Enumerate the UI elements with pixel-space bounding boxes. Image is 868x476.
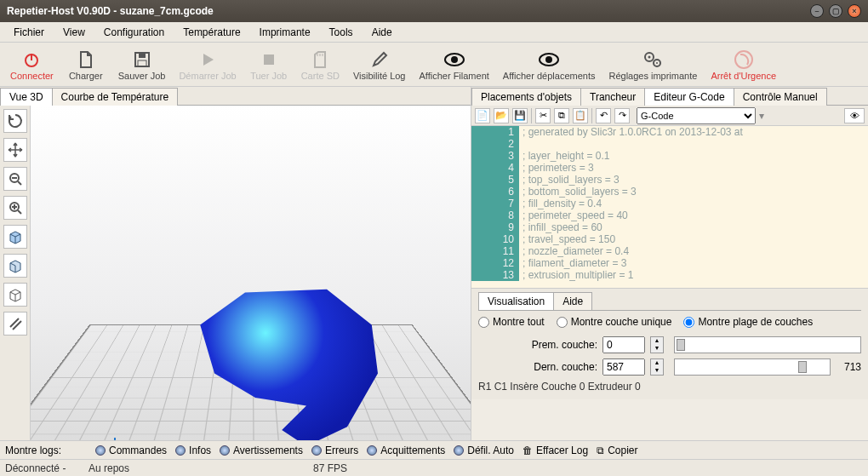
tab-aide[interactable]: Aide [553, 292, 592, 310]
gcode-line[interactable]: ; fill_density = 0.4 [519, 198, 602, 209]
menubar: FichierViewConfigurationTempératureImpri… [0, 22, 868, 43]
tab-contr-le-manuel[interactable]: Contrôle Manuel [734, 88, 827, 106]
window-title: Repetier-Host V0.90D - suzane_7cm.gcode [7, 5, 810, 17]
menu-tools[interactable]: Tools [321, 24, 362, 41]
line-number: 11 [471, 245, 519, 257]
last-layer-slider[interactable] [674, 358, 831, 376]
gcode-line[interactable]: ; filament_diameter = 3 [519, 257, 626, 269]
svg-rect-4 [264, 54, 274, 65]
view-side-icon[interactable] [3, 254, 27, 278]
minimize-button[interactable]: – [810, 4, 824, 18]
maximize-button[interactable]: ▢ [829, 4, 842, 18]
gcode-line[interactable]: ; extrusion_multiplier = 1 [519, 269, 633, 281]
tab-3d-view[interactable]: Vue 3D [0, 88, 53, 106]
window-titlebar: Repetier-Host V0.90D - suzane_7cm.gcode … [0, 0, 868, 22]
view-iso-icon[interactable] [3, 283, 27, 307]
cut-icon[interactable]: ✂ [535, 108, 551, 123]
toolbar-stop-button: Tuer Job [243, 47, 294, 83]
clear-log-button[interactable]: 🗑 Effacer Log [523, 444, 588, 456]
tab-temperature-curve[interactable]: Courbe de Température [52, 88, 179, 106]
tab-editeur-g-code[interactable]: Editeur G-Code [644, 88, 734, 106]
log-toggle-3[interactable]: Erreurs [311, 444, 358, 456]
gcode-line[interactable]: ; travel_speed = 150 [519, 233, 615, 245]
close-button[interactable]: × [848, 4, 861, 18]
tab-placements-d-objets[interactable]: Placements d'objets [471, 88, 581, 106]
gcode-line[interactable]: ; perimeter_speed = 40 [519, 209, 628, 221]
pencil-icon [371, 49, 388, 71]
redo-icon[interactable]: ↷ [614, 108, 630, 123]
copy-log-button[interactable]: ⧉ Copier [597, 444, 637, 456]
svg-point-6 [451, 56, 458, 63]
gcode-line[interactable]: ; generated by Slic3r 1.0.0RC1 on 2013-1… [519, 126, 743, 138]
zoom-out-icon[interactable] [3, 167, 27, 191]
eye-icon [443, 49, 465, 71]
menu-aide[interactable]: Aide [363, 24, 401, 41]
gcode-line[interactable]: ; bottom_solid_layers = 3 [519, 186, 637, 198]
move-icon[interactable] [3, 138, 27, 162]
file-icon [77, 49, 94, 71]
editor-toolbar: 📄 📂 💾 ✂ ⧉ 📋 ↶ ↷ G-Code ▾ 👁 [471, 106, 868, 126]
toolbar-file-button[interactable]: Charger [60, 47, 111, 83]
gcode-line[interactable] [519, 138, 523, 150]
menu-température[interactable]: Température [174, 24, 248, 41]
undo-icon[interactable]: ↶ [596, 108, 611, 123]
gears-icon [642, 49, 663, 71]
gcode-editor[interactable]: 1; generated by Slic3r 1.0.0RC1 on 2013-… [471, 126, 868, 288]
svg-point-12 [656, 62, 658, 64]
dot-icon [367, 445, 377, 456]
3d-viewport[interactable] [31, 106, 471, 440]
log-toggle-0[interactable]: Commandes [95, 444, 167, 456]
line-number: 6 [471, 186, 519, 198]
toolbar-eye-button[interactable]: Afficher déplacements [496, 47, 602, 83]
log-toggle-2[interactable]: Avertissements [220, 444, 303, 456]
save-icon[interactable]: 💾 [512, 108, 528, 123]
left-tabs: Vue 3D Courbe de Température [0, 87, 471, 106]
menu-configuration[interactable]: Configuration [95, 24, 173, 41]
gcode-line[interactable]: ; nozzle_diameter = 0.4 [519, 245, 629, 257]
paste-icon[interactable]: 📋 [573, 108, 588, 123]
gcode-line[interactable]: ; infill_speed = 60 [519, 221, 602, 233]
reset-view-icon[interactable] [3, 109, 27, 133]
toolbar-pencil-button[interactable]: Visibilité Log [346, 47, 413, 83]
printer-state: Au repos [89, 462, 129, 474]
first-layer-label: Prem. couche: [478, 339, 597, 351]
gcode-type-select[interactable]: G-Code [637, 107, 756, 124]
gcode-line[interactable]: ; layer_height = 0.1 [519, 150, 609, 162]
copy-icon[interactable]: ⧉ [554, 108, 569, 123]
viewport-tool-column [0, 106, 31, 440]
preview-eye-icon[interactable]: 👁 [844, 108, 865, 123]
gcode-line[interactable]: ; perimeters = 3 [519, 162, 594, 174]
first-layer-input[interactable] [602, 336, 645, 353]
toolbar-eye-button[interactable]: Afficher Filament [412, 47, 495, 83]
zoom-in-icon[interactable] [3, 196, 27, 220]
last-layer-input[interactable] [602, 358, 645, 376]
radio-1[interactable]: Montre couche unique [557, 316, 672, 328]
toolbar-save-button[interactable]: Sauver Job [111, 47, 173, 83]
log-toggle-4[interactable]: Acquittements [367, 444, 445, 456]
toolbar-power-button[interactable]: Connecter [3, 47, 60, 83]
svg-rect-3 [138, 60, 146, 66]
open-icon[interactable]: 📂 [494, 108, 509, 123]
view-front-icon[interactable] [3, 225, 27, 249]
first-layer-slider[interactable] [674, 336, 861, 353]
sd-icon [312, 49, 328, 71]
last-layer-stepper[interactable]: ▲▼ [650, 358, 664, 376]
log-toggle-5[interactable]: Défil. Auto [454, 444, 514, 456]
stop-icon [260, 49, 277, 71]
first-layer-stepper[interactable]: ▲▼ [650, 336, 664, 353]
menu-view[interactable]: View [54, 24, 94, 41]
log-toggle-1[interactable]: Infos [175, 444, 211, 456]
play-icon [199, 49, 216, 71]
line-number: 10 [471, 233, 519, 245]
toolbar-gears-button[interactable]: Réglages imprimante [602, 47, 704, 83]
radio-0[interactable]: Montre tout [478, 316, 545, 328]
menu-imprimante[interactable]: Imprimante [251, 24, 319, 41]
tab-visualisation[interactable]: Visualisation [478, 292, 554, 310]
toolbar-sd-button: Carte SD [294, 47, 346, 83]
parallel-lines-icon[interactable] [3, 312, 27, 335]
tab-trancheur[interactable]: Trancheur [580, 88, 645, 106]
menu-fichier[interactable]: Fichier [5, 24, 53, 41]
new-icon[interactable]: 📄 [475, 108, 490, 123]
gcode-line[interactable]: ; top_solid_layers = 3 [519, 174, 620, 186]
radio-2[interactable]: Montre plage de couches [683, 316, 813, 328]
